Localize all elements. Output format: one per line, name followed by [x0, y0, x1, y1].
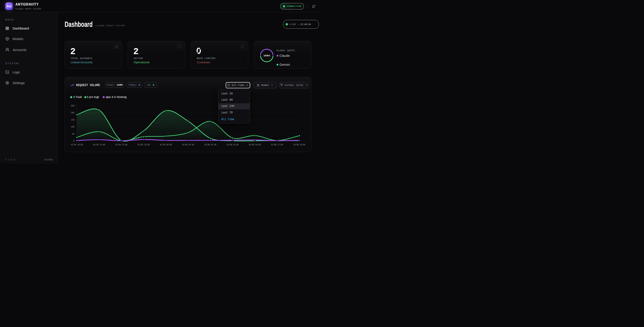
svg-text:250: 250: [71, 104, 74, 107]
svg-text:01/06 04:00: 01/06 04:00: [249, 143, 261, 146]
svg-text:150: 150: [71, 118, 74, 121]
svg-text:01/08 17:00: 01/08 17:00: [271, 143, 283, 146]
svg-text:0: 0: [73, 139, 74, 142]
svg-text:01/06 03:00: 01/06 03:00: [227, 143, 238, 146]
svg-text:100: 100: [71, 125, 74, 128]
svg-text:01/06 00:00: 01/06 00:00: [160, 143, 172, 146]
svg-text:01/06 01:00: 01/06 01:00: [182, 143, 194, 146]
svg-text:01/04 21:00: 01/04 21:00: [93, 143, 105, 146]
svg-text:01/04 20:00: 01/04 20:00: [71, 143, 83, 146]
svg-text:01/05 23:00: 01/05 23:00: [138, 143, 150, 146]
svg-text:01/08 18:00: 01/08 18:00: [294, 143, 305, 146]
svg-text:01/04 22:00: 01/04 22:00: [116, 143, 127, 146]
svg-text:50: 50: [72, 132, 74, 135]
svg-text:200: 200: [71, 111, 74, 114]
svg-text:01/06 02:00: 01/06 02:00: [204, 143, 216, 146]
